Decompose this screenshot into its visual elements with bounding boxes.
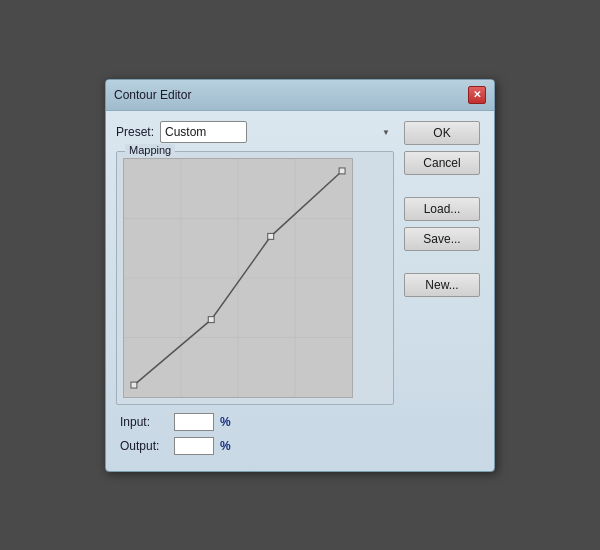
load-button[interactable]: Load... [404, 197, 480, 221]
output-value[interactable] [174, 437, 214, 455]
title-bar: Contour Editor ✕ [106, 80, 494, 111]
svg-rect-8 [208, 316, 214, 322]
spacer2 [404, 257, 484, 267]
svg-rect-6 [131, 382, 137, 388]
svg-rect-9 [268, 233, 274, 239]
input-label: Input: [120, 415, 168, 429]
svg-rect-7 [339, 167, 345, 173]
preset-label: Preset: [116, 125, 154, 139]
output-label: Output: [120, 439, 168, 453]
cancel-button[interactable]: Cancel [404, 151, 480, 175]
save-button[interactable]: Save... [404, 227, 480, 251]
curve-svg [124, 159, 352, 397]
mapping-group: Mapping [116, 151, 394, 405]
spacer1 [404, 181, 484, 191]
preset-select[interactable]: Custom Linear Gaussian Ring Half Round S… [160, 121, 247, 143]
right-panel: OK Cancel Load... Save... New... [404, 121, 484, 461]
output-unit: % [220, 439, 231, 453]
input-row: Input: % [120, 413, 394, 431]
mapping-legend: Mapping [125, 144, 175, 156]
dialog-title: Contour Editor [114, 88, 191, 102]
contour-editor-dialog: Contour Editor ✕ Preset: Custom Linear G… [105, 79, 495, 472]
preset-row: Preset: Custom Linear Gaussian Ring Half… [116, 121, 394, 143]
mapping-canvas[interactable] [123, 158, 353, 398]
input-unit: % [220, 415, 231, 429]
left-panel: Preset: Custom Linear Gaussian Ring Half… [116, 121, 394, 461]
preset-select-wrapper: Custom Linear Gaussian Ring Half Round S… [160, 121, 394, 143]
input-value[interactable] [174, 413, 214, 431]
ok-button[interactable]: OK [404, 121, 480, 145]
new-button[interactable]: New... [404, 273, 480, 297]
output-row: Output: % [120, 437, 394, 455]
dialog-body: Preset: Custom Linear Gaussian Ring Half… [106, 111, 494, 471]
input-output-section: Input: % Output: % [116, 413, 394, 455]
close-button[interactable]: ✕ [468, 86, 486, 104]
